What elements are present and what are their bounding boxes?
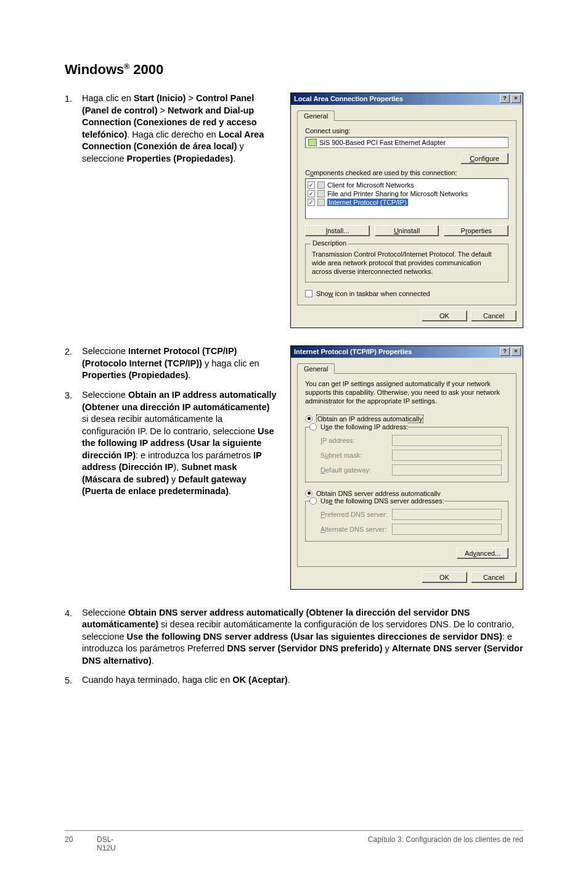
show-icon-label: Show icon in taskbar when connected <box>316 290 430 297</box>
preferred-dns-label: Preferred DNS server: <box>312 511 392 518</box>
ok-button[interactable]: OK <box>422 572 467 583</box>
ok-button[interactable]: OK <box>422 310 467 321</box>
default-gateway-field <box>392 464 502 476</box>
item-tcpip: Internet Protocol (TCP/IP) <box>327 199 408 206</box>
ip-address-field <box>392 435 502 446</box>
description-text: Transmission Control Protocol/Internet P… <box>312 250 502 276</box>
step1-number: 1. <box>65 93 82 165</box>
help-button[interactable]: ? <box>500 94 510 103</box>
step1-text: Haga clic en Start (Inicio) > Control Pa… <box>82 93 278 165</box>
page-footer: 20 DSL-N12U Capítulo 3: Configuración de… <box>65 830 523 852</box>
use-following-dns-label: Use the following DNS server addresses: <box>321 497 444 505</box>
configure-button[interactable]: Configure <box>460 153 508 164</box>
radio-icon <box>309 423 317 431</box>
show-icon-checkbox[interactable] <box>305 290 312 297</box>
item-client: Client for Microsoft Networks <box>327 181 414 189</box>
install-button[interactable]: Install... <box>305 225 370 236</box>
tab-general[interactable]: General <box>297 363 335 374</box>
advanced-button[interactable]: Advanced... <box>457 548 508 559</box>
step3-text: Seleccione Obtain an IP address automati… <box>82 389 278 498</box>
checkbox-icon[interactable]: ✓ <box>308 181 315 189</box>
default-gateway-label: Default gateway: <box>312 466 392 474</box>
list-item[interactable]: ✓ Internet Protocol (TCP/IP) <box>308 198 506 207</box>
heading-sup: ® <box>124 62 129 71</box>
connect-using-label: Connect using: <box>305 127 508 134</box>
step4-number: 4. <box>65 607 82 667</box>
tcpip-intro: You can get IP settings assigned automat… <box>305 380 508 405</box>
heading: Windows® 2000 <box>65 62 523 78</box>
use-following-dns-radio[interactable]: Use the following DNS server addresses: <box>309 496 444 506</box>
fileshare-icon <box>317 190 325 197</box>
alternate-dns-label: Alternate DNS server: <box>312 526 392 533</box>
alternate-dns-field <box>392 524 502 535</box>
lac-properties-dialog: Local Area Connection Properties ? × Gen… <box>290 93 523 328</box>
step4-text: Seleccione Obtain DNS server address aut… <box>82 607 523 667</box>
step5-number: 5. <box>65 674 82 687</box>
properties-button[interactable]: Properties <box>444 225 508 236</box>
model-name: DSL-N12U <box>89 835 116 852</box>
ip-address-label: IP address: <box>312 437 392 444</box>
cancel-button[interactable]: Cancel <box>471 310 517 321</box>
lac-title: Local Area Connection Properties <box>294 95 403 102</box>
help-button[interactable]: ? <box>500 347 510 356</box>
list-item[interactable]: ✓ Client for Microsoft Networks <box>308 181 506 189</box>
components-label: Components checked are used by this conn… <box>305 169 508 176</box>
step2-text: Seleccione Internet Protocol (TCP/IP) (P… <box>82 345 278 382</box>
adapter-field: SiS 900-Based PCI Fast Ethernet Adapter <box>305 137 508 148</box>
step5-text: Cuando haya terminado, haga clic en OK (… <box>82 674 290 687</box>
uninstall-button[interactable]: Uninstall <box>375 225 439 236</box>
subnet-mask-field <box>392 450 502 461</box>
checkbox-icon[interactable]: ✓ <box>308 199 315 206</box>
description-legend: Description <box>311 239 348 247</box>
components-list[interactable]: ✓ Client for Microsoft Networks ✓ File a… <box>305 178 508 219</box>
list-item[interactable]: ✓ File and Printer Sharing for Microsoft… <box>308 189 506 198</box>
client-icon <box>317 181 325 189</box>
use-following-ip-radio[interactable]: Use the following IP address: <box>309 422 408 432</box>
lac-titlebar: Local Area Connection Properties ? × <box>291 93 523 105</box>
radio-icon <box>309 497 317 505</box>
close-button[interactable]: × <box>511 347 521 356</box>
tcként-658- <box>317 199 325 206</box>
tcpip-properties-dialog: Internet Protocol (TCP/IP) Properties ? … <box>290 345 523 589</box>
page-number: 20 <box>65 835 89 852</box>
checkbox-icon[interactable]: ✓ <box>308 190 315 197</box>
close-button[interactable]: × <box>511 94 521 103</box>
heading-text-post: 2000 <box>129 62 163 77</box>
cancel-button[interactable]: Cancel <box>471 572 517 583</box>
subnet-mask-label: Subnet mask: <box>312 452 392 459</box>
use-following-ip-label: Use the following IP address: <box>321 423 408 431</box>
heading-text-pre: Windows <box>65 62 124 77</box>
adapter-icon <box>308 139 317 146</box>
step3-number: 3. <box>65 389 82 498</box>
tcpip-titlebar: Internet Protocol (TCP/IP) Properties ? … <box>291 346 523 358</box>
adapter-name: SiS 900-Based PCI Fast Ethernet Adapter <box>319 139 446 146</box>
tcpip-title: Internet Protocol (TCP/IP) Properties <box>294 348 412 355</box>
item-fileshare: File and Printer Sharing for Microsoft N… <box>327 190 468 197</box>
chapter-title: Capítulo 3: Configuración de los cliente… <box>116 835 523 852</box>
tab-general[interactable]: General <box>297 110 335 121</box>
preferred-dns-field <box>392 509 502 520</box>
step2-number: 2. <box>65 345 82 382</box>
